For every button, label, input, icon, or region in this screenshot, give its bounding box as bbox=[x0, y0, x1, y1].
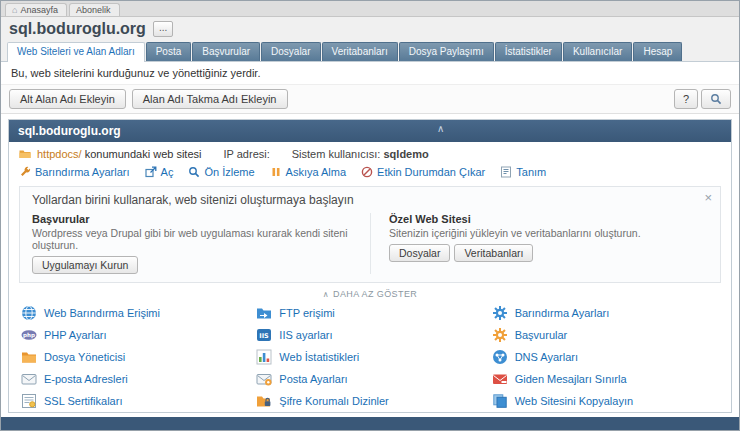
password-protected-dirs-icon bbox=[256, 393, 272, 409]
tab-users[interactable]: Kullanıcılar bbox=[563, 42, 632, 61]
deactivate-action[interactable]: Etkin Durumdan Çıkar bbox=[361, 166, 485, 178]
feature-iis-settings[interactable]: IIS IIS ayarları bbox=[256, 327, 483, 343]
copy-website-icon bbox=[492, 393, 508, 409]
ftp-access-icon bbox=[256, 305, 272, 321]
docroot-suffix: konumundaki web sitesi bbox=[85, 148, 202, 160]
page-intro-text: Bu, web sitelerini kurduğunuz ve yönetti… bbox=[1, 62, 739, 84]
feature-web-hosting-access[interactable]: Web Barındırma Erişimi bbox=[21, 305, 248, 321]
feature-mail-settings[interactable]: Posta Ayarları bbox=[256, 371, 483, 387]
feature-copy-website[interactable]: Web Sitesini Kopyalayın bbox=[492, 393, 719, 409]
breadcrumb-subscription[interactable]: Abonelik bbox=[69, 3, 120, 16]
breadcrumb: ⌂ Anasayfa Abonelik bbox=[1, 1, 739, 17]
feature-ftp-access[interactable]: FTP erişimi bbox=[256, 305, 483, 321]
feature-links-grid: Web Barındırma Erişimi FTP erişimi Barın… bbox=[9, 300, 731, 412]
page-title: sql.boduroglu.org bbox=[9, 20, 146, 38]
hosting-settings-icon bbox=[492, 305, 508, 321]
domain-panel-header: sql.boduroglu.org ∧ bbox=[9, 120, 731, 142]
more-actions-button[interactable]: ... bbox=[153, 21, 173, 37]
add-domain-alias-button[interactable]: Alan Adı Takma Adı Ekleyin bbox=[132, 89, 288, 109]
toolbar-right-group: ? bbox=[674, 89, 731, 109]
content-area: sql.boduroglu.org ∧ httpdocs/ konumundak… bbox=[1, 114, 739, 417]
domain-actions-row: Barındırma Ayarları Aç Ön İzleme bbox=[9, 163, 731, 184]
applications-icon bbox=[492, 327, 508, 343]
promo-columns: Başvurular Wordpress veya Drupal gibi bi… bbox=[32, 213, 708, 274]
tab-files[interactable]: Dosyalar bbox=[261, 42, 320, 61]
iis-settings-icon: IIS bbox=[256, 327, 272, 343]
title-row: sql.boduroglu.org ... bbox=[1, 17, 739, 40]
mail-settings-icon bbox=[256, 371, 272, 387]
home-icon: ⌂ bbox=[12, 5, 17, 15]
add-subdomain-button[interactable]: Alt Alan Adı Ekleyin bbox=[9, 89, 126, 109]
feature-dns-settings[interactable]: DNS Ayarları bbox=[492, 349, 719, 365]
website-folder-icon bbox=[19, 148, 31, 160]
close-icon[interactable]: × bbox=[704, 191, 712, 204]
preview-magnifier-icon bbox=[188, 166, 200, 178]
system-user-value: sqldemo bbox=[383, 148, 428, 160]
feature-web-statistics[interactable]: Web İstatistikleri bbox=[256, 349, 483, 365]
tab-websites-domains[interactable]: Web Siteleri ve Alan Adları bbox=[7, 42, 145, 62]
svg-text:IIS: IIS bbox=[260, 332, 270, 340]
promo-custom-site-column: Özel Web Sitesi Sitenizin içeriğini yükl… bbox=[370, 213, 708, 274]
promo-custom-text: Sitenizin içeriğini yükleyin ve veritaba… bbox=[389, 227, 708, 239]
footer-bar bbox=[1, 417, 739, 430]
limit-outgoing-messages-icon bbox=[492, 371, 508, 387]
toolbar: Alt Alan Adı Ekleyin Alan Adı Takma Adı … bbox=[1, 84, 739, 114]
feature-limit-outgoing-messages[interactable]: Giden Mesajları Sınırla bbox=[492, 371, 719, 387]
system-user-label: Sistem kullanıcısı: bbox=[292, 148, 381, 160]
collapse-panel-icon[interactable]: ∧ bbox=[437, 123, 444, 134]
web-statistics-icon bbox=[256, 349, 272, 365]
promo-apps-heading: Başvurular bbox=[32, 213, 352, 225]
feature-hosting-settings[interactable]: Barındırma Ayarları bbox=[492, 305, 719, 321]
feature-password-protected-dirs[interactable]: Şifre Korumalı Dizinler bbox=[256, 393, 483, 409]
getting-started-promo: Yollardan birini kullanarak, web siteniz… bbox=[19, 186, 721, 283]
tab-file-sharing[interactable]: Dosya Paylaşımı bbox=[399, 42, 494, 61]
promo-applications-column: Başvurular Wordpress veya Drupal gibi bi… bbox=[32, 213, 370, 274]
help-button[interactable]: ? bbox=[674, 89, 698, 109]
chevron-up-icon: ∧ bbox=[323, 290, 329, 299]
plesk-window: ⌂ Anasayfa Abonelik sql.boduroglu.org ..… bbox=[0, 0, 740, 431]
promo-apps-text: Wordpress veya Drupal gibi bir web uygul… bbox=[32, 227, 352, 251]
files-button[interactable]: Dosyalar bbox=[389, 244, 450, 262]
feature-applications[interactable]: Başvurular bbox=[492, 327, 719, 343]
file-manager-icon bbox=[21, 349, 37, 365]
show-less-toggle[interactable]: ∧DAHA AZ GÖSTER bbox=[9, 283, 731, 300]
ip-address-label: IP adresi: bbox=[224, 148, 270, 160]
breadcrumb-home[interactable]: ⌂ Anasayfa bbox=[5, 3, 67, 16]
feature-ssl-certificates[interactable]: SSL Sertifikaları bbox=[21, 393, 248, 409]
feature-php-settings[interactable]: php PHP Ayarları bbox=[21, 327, 248, 343]
pause-icon bbox=[270, 166, 282, 178]
feature-email-addresses[interactable]: E-posta Adresleri bbox=[21, 371, 248, 387]
php-settings-icon: php bbox=[21, 327, 37, 343]
main-tabbar: Web Siteleri ve Alan Adları Posta Başvur… bbox=[1, 40, 739, 62]
search-icon bbox=[710, 93, 722, 105]
databases-button[interactable]: Veritabanları bbox=[454, 244, 533, 262]
email-addresses-icon bbox=[21, 371, 37, 387]
note-icon bbox=[500, 166, 512, 178]
svg-text:php: php bbox=[23, 332, 35, 339]
install-application-button[interactable]: Uygulamayı Kurun bbox=[32, 256, 138, 274]
ssl-certificates-icon bbox=[21, 393, 37, 409]
preview-action[interactable]: Ön İzleme bbox=[188, 166, 254, 178]
docroot-link[interactable]: httpdocs/ bbox=[37, 148, 82, 160]
description-action[interactable]: Tanım bbox=[500, 166, 546, 178]
hosting-settings-action[interactable]: Barındırma Ayarları bbox=[19, 166, 130, 178]
open-external-icon bbox=[145, 166, 157, 178]
domain-panel-title: sql.boduroglu.org bbox=[18, 124, 121, 138]
tab-account[interactable]: Hesap bbox=[633, 42, 682, 61]
domain-panel-body: httpdocs/ konumundaki web sitesi IP adre… bbox=[9, 142, 731, 412]
domain-panel: sql.boduroglu.org ∧ httpdocs/ konumundak… bbox=[8, 119, 732, 413]
promo-title: Yollardan birini kullanarak, web siteniz… bbox=[32, 193, 708, 207]
hosting-info-line: httpdocs/ konumundaki web sitesi IP adre… bbox=[9, 142, 731, 163]
suspend-action[interactable]: Askıya Alma bbox=[270, 166, 347, 178]
open-site-action[interactable]: Aç bbox=[145, 166, 174, 178]
tab-databases[interactable]: Veritabanları bbox=[322, 42, 398, 61]
feature-file-manager[interactable]: Dosya Yöneticisi bbox=[21, 349, 248, 365]
deactivate-icon bbox=[361, 166, 373, 178]
tab-applications[interactable]: Başvurular bbox=[192, 42, 260, 61]
wrench-icon bbox=[19, 166, 31, 178]
tab-mail[interactable]: Posta bbox=[146, 42, 192, 61]
tab-statistics[interactable]: İstatistikler bbox=[495, 42, 562, 61]
web-hosting-access-icon bbox=[21, 305, 37, 321]
promo-custom-heading: Özel Web Sitesi bbox=[389, 213, 708, 225]
search-button[interactable] bbox=[701, 89, 731, 109]
